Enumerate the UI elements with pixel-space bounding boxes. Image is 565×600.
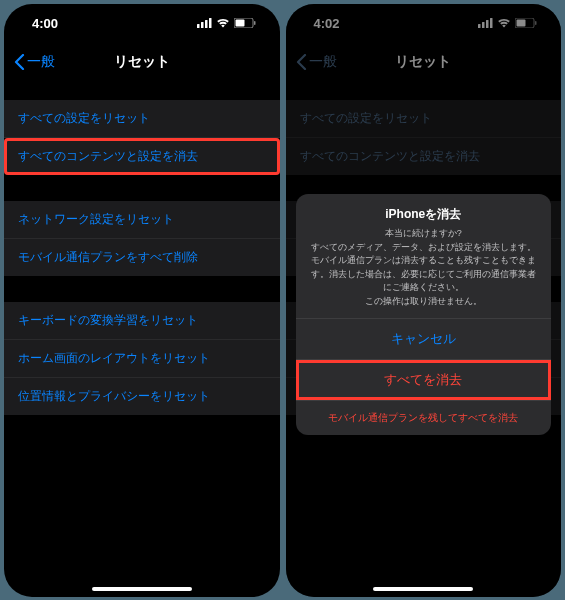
nav-bar: 一般 リセット: [286, 42, 562, 82]
svg-rect-1: [201, 22, 204, 28]
svg-rect-10: [490, 18, 493, 28]
back-button: 一般: [286, 53, 337, 71]
svg-rect-6: [254, 21, 256, 25]
back-label: 一般: [309, 53, 337, 71]
back-label: 一般: [27, 53, 55, 71]
erase-all-content-settings: すべてのコンテンツと設定を消去: [286, 138, 562, 175]
svg-rect-5: [235, 20, 244, 27]
svg-rect-9: [486, 20, 489, 28]
list-group: キーボードの変換学習をリセット ホーム画面のレイアウトをリセット 位置情報とプラ…: [4, 302, 280, 415]
svg-rect-12: [517, 20, 526, 27]
reset-all-settings: すべての設定をリセット: [286, 100, 562, 138]
erase-all-content-settings[interactable]: すべてのコンテンツと設定を消去: [4, 138, 280, 175]
wifi-icon: [497, 18, 511, 28]
svg-rect-2: [205, 20, 208, 28]
alert-title: iPhoneを消去: [310, 206, 538, 223]
signal-icon: [478, 18, 493, 28]
signal-icon: [197, 18, 212, 28]
reset-location-privacy[interactable]: 位置情報とプライバシーをリセット: [4, 378, 280, 415]
svg-rect-7: [478, 24, 481, 28]
list-group: すべての設定をリセット すべてのコンテンツと設定を消去: [4, 100, 280, 175]
status-bar: 4:02: [286, 4, 562, 42]
svg-rect-3: [209, 18, 212, 28]
delete-mobile-plans[interactable]: モバイル通信プランをすべて削除: [4, 239, 280, 276]
reset-home-layout[interactable]: ホーム画面のレイアウトをリセット: [4, 340, 280, 378]
svg-rect-0: [197, 24, 200, 28]
battery-icon: [515, 18, 537, 28]
phone-screenshot-right: 4:02 一般 リセット すべての設定をリセット すべてのコンテンツと設定を消去: [286, 4, 562, 597]
status-bar: 4:00: [4, 4, 280, 42]
phone-screenshot-left: 4:00 一般 リセット すべての設定をリセット すべてのコンテンツと設定を消去: [4, 4, 280, 597]
list-group: すべての設定をリセット すべてのコンテンツと設定を消去: [286, 100, 562, 175]
cancel-button[interactable]: キャンセル: [296, 318, 552, 359]
alert-header: iPhoneを消去 本当に続けますか? すべてのメディア、データ、および設定を消…: [296, 194, 552, 318]
list-group: ネットワーク設定をリセット モバイル通信プランをすべて削除: [4, 201, 280, 276]
svg-rect-8: [482, 22, 485, 28]
chevron-left-icon: [14, 54, 25, 70]
erase-all-button[interactable]: すべてを消去: [296, 359, 552, 400]
erase-keep-plan-button[interactable]: モバイル通信プランを残してすべてを消去: [296, 400, 552, 435]
svg-rect-13: [535, 21, 537, 25]
home-indicator[interactable]: [92, 587, 192, 591]
reset-keyboard-dictionary[interactable]: キーボードの変換学習をリセット: [4, 302, 280, 340]
status-time: 4:00: [32, 16, 58, 31]
reset-all-settings[interactable]: すべての設定をリセット: [4, 100, 280, 138]
reset-network-settings[interactable]: ネットワーク設定をリセット: [4, 201, 280, 239]
chevron-left-icon: [296, 54, 307, 70]
back-button[interactable]: 一般: [4, 53, 55, 71]
nav-bar: 一般 リセット: [4, 42, 280, 82]
home-indicator[interactable]: [373, 587, 473, 591]
alert-message: 本当に続けますか? すべてのメディア、データ、および設定を消去します。モバイル通…: [310, 227, 538, 308]
reset-list: すべての設定をリセット すべてのコンテンツと設定を消去 ネットワーク設定をリセッ…: [4, 100, 280, 415]
erase-alert-sheet: iPhoneを消去 本当に続けますか? すべてのメディア、データ、および設定を消…: [296, 194, 552, 435]
battery-icon: [234, 18, 256, 28]
status-time: 4:02: [314, 16, 340, 31]
wifi-icon: [216, 18, 230, 28]
